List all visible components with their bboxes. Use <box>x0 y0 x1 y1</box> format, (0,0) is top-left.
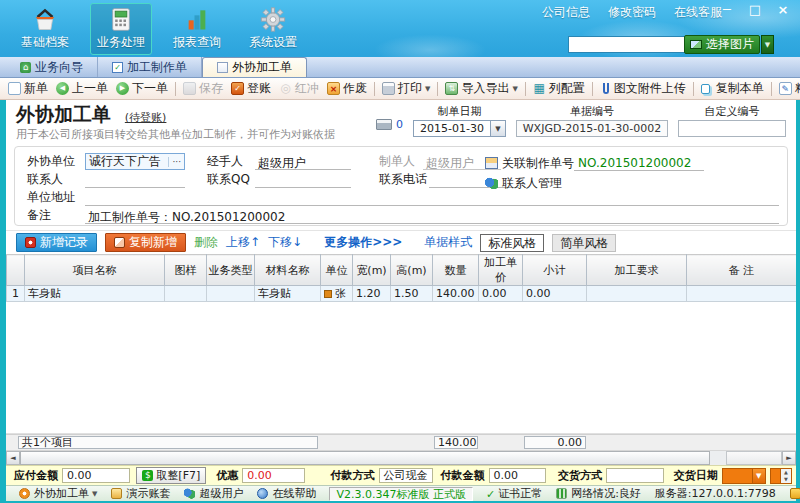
gear-icon <box>258 7 288 32</box>
close-button[interactable]: × <box>774 2 792 17</box>
vendor-field[interactable]: 诚行天下广告 ··· <box>85 153 185 170</box>
banner-search-input[interactable] <box>568 36 690 53</box>
red-reverse-button[interactable]: ◎红冲 <box>275 80 323 98</box>
width-cell[interactable]: 1.20 <box>353 286 391 302</box>
col-header[interactable]: 材料名称 <box>255 255 321 286</box>
move-up-link[interactable]: 上移↑ <box>226 234 260 251</box>
printer-icon[interactable] <box>376 119 392 130</box>
register-account-button[interactable]: ✓登账 <box>227 80 275 98</box>
vendor-picker-button[interactable]: ··· <box>168 157 184 167</box>
material-cell[interactable]: 车身贴 <box>255 286 321 302</box>
tab-bar: ⌂ 业务向导 ✓ 加工制作单 外协加工单 <box>0 57 800 78</box>
move-down-link[interactable]: 下移↓ <box>268 234 302 251</box>
remark-cell[interactable] <box>687 286 797 302</box>
copy-order-button[interactable]: 复制本单 <box>697 80 768 98</box>
maximize-button[interactable]: □ <box>746 2 764 17</box>
tab-processing-order[interactable]: ✓ 加工制作单 <box>98 57 202 77</box>
col-header[interactable]: 加工单价 <box>479 255 523 286</box>
price-cell[interactable]: 0.00 <box>479 286 523 302</box>
date-value[interactable]: 2015-01-30 <box>413 120 491 137</box>
date-dropdown-icon[interactable]: ▼ <box>491 120 506 137</box>
minimize-button[interactable]: ─ <box>718 2 736 17</box>
nav-item-basic-archives[interactable]: 基础档案 <box>14 3 76 55</box>
online-service-link[interactable]: 在线客服 <box>674 4 722 21</box>
paste-screenshot-button[interactable]: ✎粘贴截图 <box>775 80 800 98</box>
project-name-cell[interactable]: 车身贴 <box>25 286 165 302</box>
note-field[interactable]: 加工制作单号：NO.201501200002 <box>85 209 779 224</box>
col-header[interactable]: 宽(m) <box>353 255 391 286</box>
column-config-button[interactable]: ▦列配置 <box>529 80 589 98</box>
related-order-value[interactable]: NO.201501200002 <box>574 156 704 171</box>
simple-style-button[interactable]: 简单风格 <box>552 234 616 252</box>
copy-add-button[interactable]: 复制新增 <box>105 233 186 252</box>
contact-field[interactable] <box>85 173 185 188</box>
spin-up-icon[interactable]: ▲ <box>781 469 791 476</box>
pay-method-input[interactable]: 公司现金 <box>379 468 433 483</box>
spin-down-icon[interactable]: ▼ <box>781 476 791 483</box>
scroll-right-button[interactable]: ► <box>782 451 796 465</box>
standard-style-button[interactable]: 标准风格 <box>480 234 544 252</box>
change-password-link[interactable]: 修改密码 <box>608 4 656 21</box>
payable-input[interactable]: 0.00 <box>62 468 130 483</box>
scrollbar-track[interactable] <box>710 451 726 465</box>
contacts-manager-link[interactable]: 联系人管理 <box>502 175 562 192</box>
col-header[interactable]: 图样 <box>165 255 207 286</box>
prev-order-button[interactable]: ◀上一单 <box>52 80 112 98</box>
pattern-cell[interactable] <box>165 286 207 302</box>
import-export-button[interactable]: ⇅导入导出▼ <box>441 80 521 98</box>
lock-screen-button[interactable]: 锁 屏 <box>783 486 800 501</box>
pick-image-dropdown[interactable]: ▼ <box>761 35 774 54</box>
company-info-link[interactable]: 公司信息 <box>542 4 590 21</box>
nav-item-system-settings[interactable]: 系统设置 <box>242 3 304 55</box>
delete-row-link[interactable]: 删除 <box>194 234 218 251</box>
tab-outsource-order[interactable]: 外协加工单 <box>202 57 307 77</box>
pay-method-label: 付款方式 <box>331 468 375 483</box>
scroll-left-button[interactable]: ◄ <box>6 451 20 465</box>
discount-input[interactable]: 0.00 <box>242 468 304 483</box>
paid-amount-input[interactable]: 0.00 <box>489 468 547 483</box>
attachment-upload-button[interactable]: 图文附件上传 <box>596 80 690 98</box>
round-button[interactable]: $ 取整[F7] <box>136 467 206 484</box>
qq-field[interactable] <box>255 173 351 188</box>
requirement-cell[interactable] <box>587 286 687 302</box>
next-order-button[interactable]: ▶下一单 <box>112 80 172 98</box>
nav-item-business-processing[interactable]: 业务处理 <box>90 3 152 55</box>
col-header[interactable]: 单位 <box>321 255 353 286</box>
table-row[interactable]: 1 车身贴 车身贴 张 1.20 1.50 140.00 0.00 0.00 <box>7 286 797 302</box>
col-header[interactable]: 项目名称 <box>25 255 165 286</box>
date-combobox[interactable]: 2015-01-30 ▼ <box>413 120 506 137</box>
delivery-time-spinner[interactable]: ▲▼ <box>770 468 792 484</box>
height-cell[interactable]: 1.50 <box>391 286 433 302</box>
scrollbar-thumb[interactable] <box>20 451 710 465</box>
custom-number-input[interactable] <box>678 120 786 137</box>
print-button[interactable]: 打印▼ <box>378 80 434 98</box>
calculator-icon <box>106 7 136 32</box>
status-online-help[interactable]: 在线帮助 <box>250 486 323 501</box>
col-header[interactable]: 高(m) <box>391 255 433 286</box>
col-header[interactable]: 数量 <box>433 255 479 286</box>
col-header[interactable]: 加工要求 <box>587 255 687 286</box>
nav-item-report-query[interactable]: 报表查询 <box>166 3 228 55</box>
void-button[interactable]: ×作废 <box>323 80 371 98</box>
status-user[interactable]: 超级用户 <box>177 486 250 501</box>
delivery-method-input[interactable] <box>606 468 664 483</box>
delivery-date-combobox[interactable]: ▼ <box>722 468 766 484</box>
col-header[interactable]: 备 注 <box>687 255 797 286</box>
pending-status-link[interactable]: (待登账) <box>125 111 167 124</box>
bar-chart-icon <box>182 7 212 32</box>
row-number-header[interactable] <box>7 255 25 286</box>
unit-cell[interactable]: 张 <box>321 286 353 302</box>
status-account[interactable]: 演示账套 <box>104 486 177 501</box>
save-button[interactable]: 保存 <box>179 80 227 98</box>
col-header[interactable]: 业务类型 <box>207 255 255 286</box>
col-header[interactable]: 小计 <box>523 255 587 286</box>
pick-image-button[interactable]: 选择图片 <box>684 35 760 54</box>
biz-type-cell[interactable] <box>207 286 255 302</box>
more-operations-link[interactable]: 更多操作>>> <box>324 234 402 251</box>
add-record-button[interactable]: 新增记录 <box>16 233 97 252</box>
status-doc-type[interactable]: 外协加工单 ▼ <box>12 486 104 501</box>
qty-cell[interactable]: 140.00 <box>433 286 479 302</box>
new-order-button[interactable]: 新单 <box>4 80 52 98</box>
handler-field[interactable]: 超级用户 <box>255 155 351 170</box>
tab-business-wizard[interactable]: ⌂ 业务向导 <box>6 57 98 77</box>
